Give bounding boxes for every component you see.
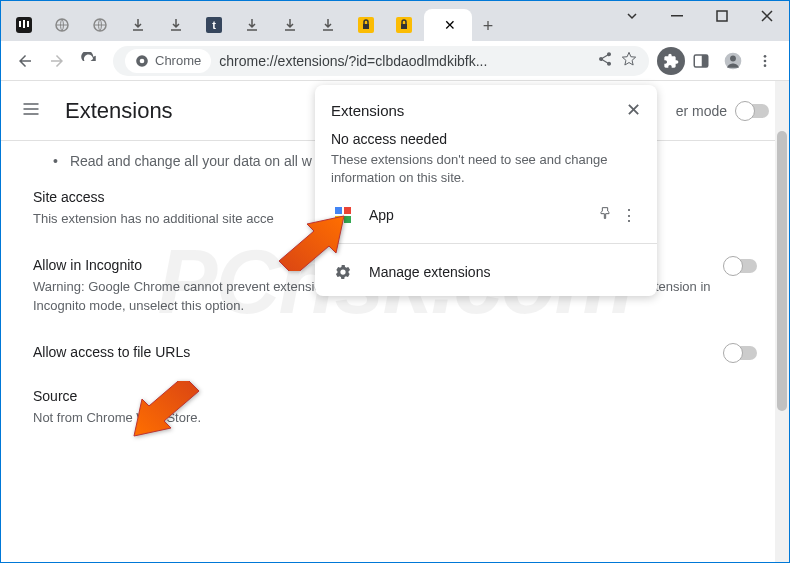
tab[interactable] [44, 9, 80, 41]
manage-label: Manage extensions [369, 264, 641, 280]
download-icon [130, 17, 146, 33]
svg-rect-4 [23, 20, 25, 28]
svg-point-19 [730, 55, 736, 61]
toggle-switch[interactable] [737, 104, 769, 118]
tab[interactable] [120, 9, 156, 41]
back-button[interactable] [9, 45, 41, 77]
section-title: Allow access to file URLs [33, 344, 757, 360]
tab-active[interactable]: ✕ [424, 9, 472, 41]
dev-mode-label: er mode [676, 103, 727, 119]
menu-button[interactable] [749, 45, 781, 77]
extension-name: App [369, 207, 593, 223]
developer-mode-toggle[interactable]: er mode [676, 103, 769, 119]
minimize-button[interactable] [654, 1, 699, 31]
tab[interactable] [6, 9, 42, 41]
share-icon[interactable] [597, 51, 613, 71]
popup-description: These extensions don't need to see and c… [331, 151, 641, 187]
chrome-icon [135, 54, 149, 68]
svg-rect-13 [401, 24, 407, 29]
file-urls-section: Allow access to file URLs [33, 344, 757, 360]
pin-icon[interactable] [593, 205, 617, 225]
svg-rect-17 [702, 55, 708, 67]
page-title: Extensions [65, 98, 173, 124]
svg-point-22 [764, 64, 767, 67]
extensions-button[interactable] [657, 47, 685, 75]
address-bar[interactable]: Chrome chrome://extensions/?id=clbdaodlm… [113, 46, 649, 76]
side-panel-button[interactable] [685, 45, 717, 77]
scrollbar[interactable] [775, 81, 789, 562]
hamburger-icon[interactable] [21, 99, 45, 123]
extensions-popup: Extensions ✕ No access needed These exte… [315, 85, 657, 296]
tab[interactable] [272, 9, 308, 41]
popup-close-button[interactable]: ✕ [626, 99, 641, 121]
tumblr-icon: t [206, 17, 222, 33]
scrollbar-thumb[interactable] [777, 131, 787, 411]
svg-point-20 [764, 55, 767, 58]
lock-icon [396, 17, 412, 33]
more-options-icon[interactable]: ⋮ [617, 206, 641, 225]
tab[interactable] [386, 9, 422, 41]
file-urls-toggle[interactable] [725, 346, 757, 360]
svg-text:t: t [212, 19, 216, 31]
manage-extensions-item[interactable]: Manage extensions [315, 248, 657, 296]
profile-button[interactable] [717, 45, 749, 77]
reload-button[interactable] [73, 45, 105, 77]
extension-item-app[interactable]: App ⋮ [315, 191, 657, 239]
maximize-button[interactable] [699, 1, 744, 31]
tab[interactable] [234, 9, 270, 41]
intercom-icon [16, 17, 32, 33]
globe-icon [54, 17, 70, 33]
tab[interactable]: t [196, 9, 232, 41]
browser-toolbar: Chrome chrome://extensions/?id=clbdaodlm… [1, 41, 789, 81]
chevron-down-icon[interactable] [609, 1, 654, 31]
tab[interactable] [158, 9, 194, 41]
popup-title: Extensions [331, 102, 626, 119]
download-icon [320, 17, 336, 33]
window-controls [609, 1, 789, 31]
download-icon [244, 17, 260, 33]
svg-point-21 [764, 59, 767, 62]
svg-rect-1 [717, 11, 727, 21]
forward-button[interactable] [41, 45, 73, 77]
svg-rect-3 [19, 21, 21, 27]
svg-point-15 [140, 58, 145, 63]
annotation-arrow [269, 211, 349, 275]
close-window-button[interactable] [744, 1, 789, 31]
url-text: chrome://extensions/?id=clbdaodlmdkibfk.… [219, 53, 589, 69]
popup-subtitle: No access needed [331, 131, 641, 147]
lock-icon [358, 17, 374, 33]
annotation-arrow [129, 381, 209, 445]
new-tab-button[interactable]: + [473, 11, 503, 41]
svg-rect-0 [671, 15, 683, 17]
chip-label: Chrome [155, 53, 201, 68]
tab[interactable] [82, 9, 118, 41]
tab[interactable] [310, 9, 346, 41]
close-tab-icon[interactable]: ✕ [444, 17, 456, 33]
svg-rect-11 [363, 24, 369, 29]
download-icon [168, 17, 184, 33]
divider [315, 243, 657, 244]
security-chip[interactable]: Chrome [125, 49, 211, 73]
svg-rect-5 [27, 21, 29, 27]
incognito-toggle[interactable] [725, 259, 757, 273]
download-icon [282, 17, 298, 33]
globe-icon [92, 17, 108, 33]
bookmark-icon[interactable] [621, 51, 637, 71]
tab[interactable] [348, 9, 384, 41]
